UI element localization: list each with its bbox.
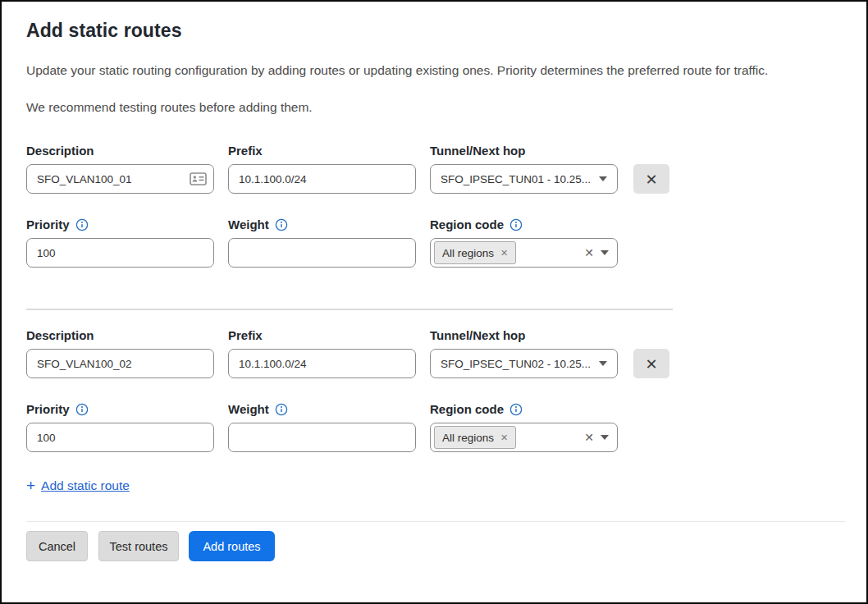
- priority-field-2: Priority: [26, 402, 214, 452]
- prefix-input[interactable]: [228, 164, 416, 194]
- tunnel-field-1: Tunnel/Next hop SFO_IPSEC_TUN01 - 10.25.…: [430, 144, 618, 194]
- info-icon[interactable]: [275, 403, 288, 416]
- weight-input[interactable]: [228, 238, 416, 268]
- add-routes-button[interactable]: Add routes: [189, 531, 275, 561]
- description-field-1: Description: [26, 144, 214, 194]
- priority-input[interactable]: [26, 238, 214, 268]
- region-select[interactable]: All regions ✕ ✕: [430, 238, 618, 268]
- prefix-label: Prefix: [228, 328, 416, 342]
- region-label: Region code: [430, 217, 618, 231]
- info-icon[interactable]: [275, 218, 288, 231]
- route-group-divider: [26, 309, 673, 310]
- weight-label: Weight: [228, 402, 416, 416]
- priority-input[interactable]: [26, 423, 214, 452]
- description-field-2: Description: [26, 328, 214, 378]
- priority-field-1: Priority: [26, 217, 214, 268]
- description-label: Description: [26, 328, 214, 342]
- region-field-2: Region code All regions ✕ ✕: [430, 402, 618, 452]
- description-input[interactable]: [26, 349, 214, 378]
- region-tag[interactable]: All regions ✕: [434, 241, 516, 264]
- weight-label: Weight: [228, 217, 416, 231]
- tunnel-select[interactable]: SFO_IPSEC_TUN01 - 10.25...: [430, 164, 618, 194]
- plus-icon: +: [26, 478, 35, 493]
- footer-actions: Cancel Test routes Add routes: [26, 531, 843, 561]
- tunnel-select[interactable]: SFO_IPSEC_TUN02 - 10.25...: [430, 349, 618, 378]
- tunnel-field-2: Tunnel/Next hop SFO_IPSEC_TUN02 - 10.25.…: [430, 328, 618, 378]
- tunnel-label: Tunnel/Next hop: [430, 328, 618, 342]
- route-group-2: Description Prefix Tunnel/Next hop SFO_I…: [26, 328, 843, 452]
- priority-label: Priority: [26, 217, 214, 231]
- weight-field-2: Weight: [228, 402, 416, 452]
- weight-field-1: Weight: [228, 217, 416, 268]
- weight-input[interactable]: [228, 423, 416, 452]
- prefix-field-2: Prefix: [228, 328, 416, 378]
- page-title: Add static routes: [26, 20, 843, 42]
- dialog-note-text: We recommend testing routes before addin…: [26, 100, 843, 115]
- info-icon[interactable]: [75, 403, 89, 416]
- remove-tag-icon[interactable]: ✕: [500, 248, 508, 259]
- footer-divider: [26, 521, 845, 522]
- info-icon[interactable]: [75, 218, 89, 231]
- prefix-field-1: Prefix: [228, 144, 416, 194]
- remove-route-button[interactable]: ✕: [633, 164, 669, 194]
- info-icon[interactable]: [509, 218, 523, 231]
- add-static-route-link[interactable]: Add static route: [41, 478, 130, 493]
- prefix-input[interactable]: [228, 349, 416, 378]
- close-icon: ✕: [645, 171, 657, 188]
- region-label: Region code: [430, 402, 618, 416]
- region-tag[interactable]: All regions ✕: [434, 426, 516, 449]
- dialog-intro-text: Update your static routing configuration…: [26, 63, 843, 78]
- tunnel-label: Tunnel/Next hop: [430, 144, 618, 158]
- chevron-down-icon: [599, 361, 607, 366]
- chevron-down-icon: [601, 435, 609, 440]
- remove-route-button[interactable]: ✕: [633, 349, 669, 378]
- add-static-routes-dialog: Add static routes Update your static rou…: [0, 0, 868, 604]
- add-static-route-row: + Add static route: [26, 478, 843, 493]
- priority-label: Priority: [26, 402, 214, 416]
- chevron-down-icon: [601, 250, 609, 255]
- region-select[interactable]: All regions ✕ ✕: [430, 423, 618, 452]
- cancel-button[interactable]: Cancel: [26, 531, 88, 561]
- info-icon[interactable]: [509, 403, 523, 416]
- description-label: Description: [26, 144, 214, 158]
- route-group-1: Description: [26, 144, 843, 268]
- clear-icon[interactable]: ✕: [584, 431, 594, 444]
- chevron-down-icon: [599, 176, 607, 181]
- clear-icon[interactable]: ✕: [584, 246, 594, 259]
- prefix-label: Prefix: [228, 144, 416, 158]
- remove-tag-icon[interactable]: ✕: [500, 432, 508, 443]
- region-field-1: Region code All regions ✕ ✕: [430, 217, 618, 268]
- test-routes-button[interactable]: Test routes: [98, 531, 179, 561]
- close-icon: ✕: [645, 355, 657, 373]
- description-input[interactable]: [26, 164, 214, 194]
